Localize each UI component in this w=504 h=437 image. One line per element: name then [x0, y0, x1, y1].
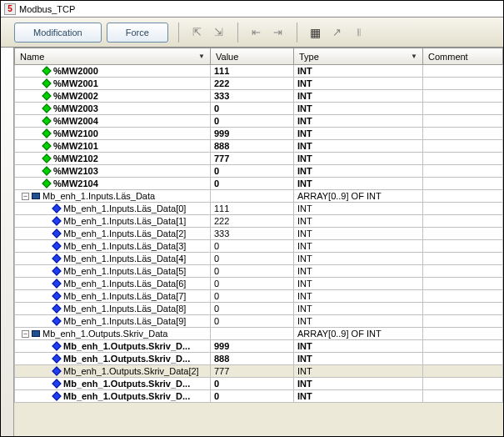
table-row[interactable]: %MW21040INT [15, 178, 503, 190]
value-cell[interactable]: 999 [211, 128, 294, 140]
expand-toggle[interactable]: − [22, 330, 29, 338]
value-cell[interactable]: 333 [211, 90, 294, 103]
tool-icon[interactable]: ↗ [329, 24, 346, 41]
comment-cell[interactable] [423, 65, 503, 78]
comment-cell[interactable] [423, 240, 503, 253]
comment-cell[interactable] [423, 78, 503, 90]
value-cell[interactable]: 111 [211, 203, 294, 215]
col-comment[interactable]: Comment [423, 48, 503, 65]
table-row[interactable]: Mb_enh_1.Inputs.Läs_Data[7]0INT [15, 290, 503, 303]
comment-cell[interactable] [423, 203, 503, 215]
comment-cell[interactable] [423, 340, 503, 353]
table-row[interactable]: Mb_enh_1.Inputs.Läs_Data[1]222INT [15, 215, 503, 228]
comment-cell[interactable] [423, 190, 503, 203]
titlebar[interactable]: 5 Modbus_TCP [1, 1, 503, 18]
step-right-icon[interactable]: ⇲ [211, 24, 227, 41]
table-row[interactable]: %MW2000111INT [15, 65, 503, 78]
table-row[interactable]: %MW2002333INT [15, 90, 503, 103]
table-row[interactable]: %MW20040INT [15, 115, 503, 128]
comment-cell[interactable] [423, 315, 503, 328]
table-row[interactable]: Mb_enh_1.Inputs.Läs_Data[3]0INT [15, 240, 503, 253]
comment-cell[interactable] [423, 140, 503, 153]
value-cell[interactable]: 0 [211, 178, 294, 190]
value-cell[interactable] [211, 328, 294, 340]
table-row[interactable]: Mb_enh_1.Inputs.Läs_Data[6]0INT [15, 278, 503, 290]
comment-cell[interactable] [423, 228, 503, 240]
value-cell[interactable]: 111 [211, 65, 294, 78]
step-left-icon[interactable]: ⇱ [189, 24, 206, 41]
comment-cell[interactable] [423, 303, 503, 315]
grid-icon[interactable]: ▦ [307, 24, 324, 41]
value-cell[interactable]: 0 [211, 115, 294, 128]
col-name[interactable]: Name▼ [15, 48, 211, 65]
table-row[interactable]: Mb_enh_1.Outputs.Skriv_D...0INT [15, 378, 503, 390]
value-cell[interactable]: 0 [211, 378, 294, 390]
jump-right-icon[interactable]: ⇥ [270, 24, 287, 41]
table-row[interactable]: Mb_enh_1.Outputs.Skriv_Data[2]777INT [15, 365, 503, 378]
value-cell[interactable]: 333 [211, 228, 294, 240]
table-row[interactable]: Mb_enh_1.Inputs.Läs_Data[5]0INT [15, 265, 503, 278]
value-cell[interactable]: 0 [211, 315, 294, 328]
comment-cell[interactable] [423, 165, 503, 178]
table-row[interactable]: Mb_enh_1.Inputs.Läs_Data[0]111INT [15, 203, 503, 215]
table-row[interactable]: Mb_enh_1.Inputs.Läs_Data[4]0INT [15, 253, 503, 265]
table-row[interactable]: Mb_enh_1.Inputs.Läs_Data[9]0INT [15, 315, 503, 328]
value-cell[interactable]: 999 [211, 340, 294, 353]
table-row[interactable]: Mb_enh_1.Outputs.Skriv_D...999INT [15, 340, 503, 353]
comment-cell[interactable] [423, 178, 503, 190]
jump-left-icon[interactable]: ⇤ [248, 24, 265, 41]
table-row[interactable]: %MW2100999INT [15, 128, 503, 140]
force-button[interactable]: Force [107, 23, 168, 43]
value-cell[interactable]: 777 [211, 153, 294, 165]
table-row[interactable]: Mb_enh_1.Inputs.Läs_Data[8]0INT [15, 303, 503, 315]
comment-cell[interactable] [423, 265, 503, 278]
value-cell[interactable]: 0 [211, 290, 294, 303]
table-row[interactable]: Mb_enh_1.Inputs.Läs_Data[2]333INT [15, 228, 503, 240]
value-cell[interactable]: 888 [211, 140, 294, 153]
comment-cell[interactable] [423, 90, 503, 103]
expand-toggle[interactable]: − [22, 193, 29, 200]
value-cell[interactable]: 0 [211, 103, 294, 115]
value-cell[interactable]: 0 [211, 390, 294, 403]
value-cell[interactable]: 888 [211, 353, 294, 365]
table-row[interactable]: −Mb_enh_1.Outputs.Skriv_DataARRAY[0..9] … [15, 328, 503, 340]
table-scroll[interactable]: Name▼ Value Type▼ Comment %MW2000111INT%… [14, 48, 503, 436]
comment-cell[interactable] [423, 153, 503, 165]
comment-cell[interactable] [423, 328, 503, 340]
comment-cell[interactable] [423, 290, 503, 303]
value-cell[interactable]: 0 [211, 253, 294, 265]
comment-cell[interactable] [423, 253, 503, 265]
type-cell: INT [294, 240, 423, 253]
comment-cell[interactable] [423, 115, 503, 128]
comment-cell[interactable] [423, 103, 503, 115]
value-cell[interactable]: 0 [211, 303, 294, 315]
table-row[interactable]: %MW2101888INT [15, 140, 503, 153]
comment-cell[interactable] [423, 278, 503, 290]
comment-cell[interactable] [423, 390, 503, 403]
value-cell[interactable] [211, 190, 294, 203]
value-cell[interactable]: 777 [211, 365, 294, 378]
table-row[interactable]: %MW20030INT [15, 103, 503, 115]
value-cell[interactable]: 0 [211, 165, 294, 178]
columns-icon[interactable]: ⦀ [351, 24, 367, 41]
comment-cell[interactable] [423, 378, 503, 390]
value-cell[interactable]: 222 [211, 78, 294, 90]
table-row[interactable]: %MW2102777INT [15, 153, 503, 165]
modification-button[interactable]: Modification [14, 23, 102, 43]
value-cell[interactable]: 0 [211, 278, 294, 290]
col-type[interactable]: Type▼ [294, 48, 423, 65]
table-row[interactable]: Mb_enh_1.Outputs.Skriv_D...0INT [15, 390, 503, 403]
value-cell[interactable]: 222 [211, 215, 294, 228]
table-row[interactable]: −Mb_enh_1.Inputs.Läs_DataARRAY[0..9] OF … [15, 190, 503, 203]
table-row[interactable]: %MW21030INT [15, 165, 503, 178]
table-row[interactable]: Mb_enh_1.Outputs.Skriv_D...888INT [15, 353, 503, 365]
comment-cell[interactable] [423, 215, 503, 228]
comment-cell[interactable] [423, 365, 503, 378]
comment-cell[interactable] [423, 353, 503, 365]
type-cell: INT [294, 340, 423, 353]
value-cell[interactable]: 0 [211, 240, 294, 253]
value-cell[interactable]: 0 [211, 265, 294, 278]
table-row[interactable]: %MW2001222INT [15, 78, 503, 90]
comment-cell[interactable] [423, 128, 503, 140]
col-value[interactable]: Value [211, 48, 294, 65]
